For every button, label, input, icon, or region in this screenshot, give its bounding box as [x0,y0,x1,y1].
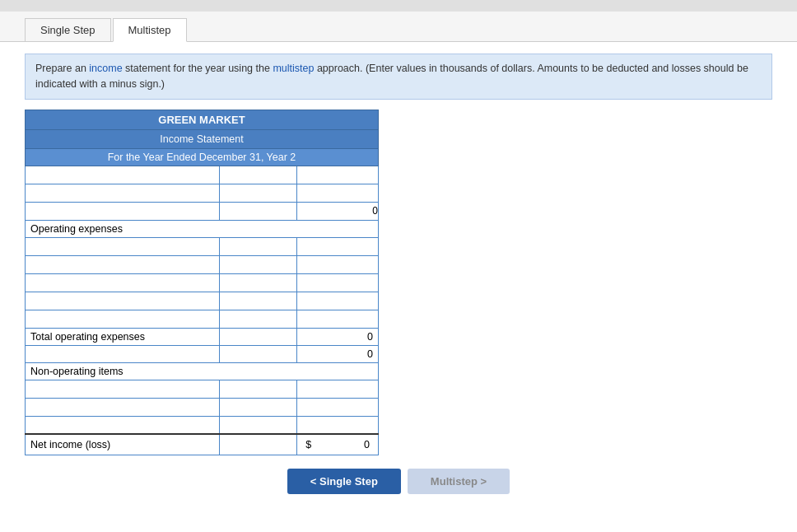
income-ops-value-text: 0 [367,348,373,360]
non-op-right-1 [297,380,379,398]
op-exp-row-1 [26,237,379,255]
operating-expenses-label-row: Operating expenses [26,220,379,237]
total-op-exp-mid [219,328,296,345]
input-label-3[interactable] [26,203,219,220]
op-input-right-3[interactable] [297,274,378,292]
label-cell-2 [26,184,220,202]
right-cell-1 [297,166,379,184]
tab-multistep[interactable]: Multistep [113,18,187,42]
op-input-mid-5[interactable] [220,310,296,328]
op-label-2 [26,255,220,273]
non-op-label: Non-operating items [26,362,379,380]
op-input-mid-4[interactable] [220,292,296,310]
net-income-label: Net income (loss) [26,434,220,455]
non-op-label-3 [26,416,220,434]
non-op-mid-1 [219,380,296,398]
right-cell-3: 0 [297,202,379,220]
non-op-input-mid-3[interactable] [220,417,296,434]
total-op-exp-label: Total operating expenses [26,328,220,345]
company-name-row: GREEN MARKET [26,110,379,129]
instruction-multistep-highlight: multistep [273,63,314,74]
tab-single-step[interactable]: Single Step [25,18,111,41]
non-op-row-2 [26,398,379,416]
instruction-note: (Enter values in thousands of dollars. A… [35,63,748,90]
net-income-row: Net income (loss) $ 0 [26,434,379,455]
instruction-income-highlight: income [89,63,122,74]
period-row: For the Year Ended December 31, Year 2 [26,148,379,166]
op-right-4 [297,292,379,310]
op-right-2 [297,255,379,273]
input-mid-3[interactable] [220,203,296,220]
op-label-1 [26,237,220,255]
income-from-ops-value: 0 [297,345,379,362]
input-right-2[interactable] [297,184,378,202]
non-op-row-3 [26,416,379,434]
non-op-input-right-3[interactable] [297,417,378,434]
label-cell-1 [26,166,220,184]
op-input-mid-1[interactable] [220,238,296,255]
op-input-label-3[interactable] [26,274,219,292]
non-op-right-3 [297,416,379,434]
op-input-label-4[interactable] [26,292,219,310]
op-exp-row-3 [26,273,379,292]
right-cell-2 [297,184,379,202]
op-input-right-4[interactable] [297,292,378,310]
op-exp-row-4 [26,292,379,310]
net-income-value-cell: $ 0 [297,434,379,455]
op-label-5 [26,310,220,328]
non-op-label-2 [26,398,220,416]
op-exp-row-5 [26,310,379,328]
op-input-right-2[interactable] [297,256,378,273]
op-mid-4 [219,292,296,310]
non-op-input-label-2[interactable] [26,399,219,416]
total-op-exp-row: Total operating expenses 0 [26,328,379,345]
non-op-label-row: Non-operating items [26,362,379,380]
op-mid-3 [219,273,296,292]
op-input-mid-2[interactable] [220,256,296,273]
input-mid-2[interactable] [220,184,296,202]
income-row-1 [26,166,379,184]
op-input-right-1[interactable] [297,238,378,255]
op-input-mid-3[interactable] [220,274,296,292]
non-op-input-label-3[interactable] [26,417,219,434]
non-op-input-right-2[interactable] [297,399,378,416]
page-wrapper: Single Step Multistep Prepare an income … [0,0,797,532]
op-input-label-5[interactable] [26,310,219,328]
op-input-label-1[interactable] [26,238,219,255]
input-mid-1[interactable] [220,166,296,184]
op-input-label-2[interactable] [26,256,219,273]
income-row-3: 0 [26,202,379,220]
top-value: 0 [372,205,378,217]
input-label-1[interactable] [26,166,219,184]
income-row-2 [26,184,379,202]
mid-cell-2 [219,184,296,202]
non-op-right-2 [297,398,379,416]
input-label-2[interactable] [26,184,219,202]
period-cell: For the Year Ended December 31, Year 2 [26,148,379,166]
next-button[interactable]: Multistep > [408,469,510,494]
op-right-3 [297,273,379,292]
op-right-5 [297,310,379,328]
non-op-row-1 [26,380,379,398]
back-button[interactable]: < Single Step [287,469,401,494]
income-statement-table: GREEN MARKET Income Statement For the Ye… [25,110,379,456]
income-from-ops-label [26,345,220,362]
non-op-input-right-1[interactable] [297,380,378,398]
table-container: GREEN MARKET Income Statement For the Ye… [25,110,379,456]
net-income-value: 0 [364,439,370,450]
non-op-input-mid-2[interactable] [220,399,296,416]
op-mid-1 [219,237,296,255]
op-input-right-5[interactable] [297,310,378,328]
input-right-1[interactable] [297,166,378,184]
total-op-value-text: 0 [367,331,373,343]
next-button-label: Multistep > [431,475,487,488]
back-button-label: < Single Step [310,475,378,488]
instruction-box: Prepare an income statement for the year… [25,54,772,100]
op-mid-2 [219,255,296,273]
operating-expenses-label: Operating expenses [26,220,379,237]
non-op-input-mid-1[interactable] [220,380,296,398]
net-income-mid [219,434,296,455]
net-income-dollar-container: $ 0 [302,437,373,452]
op-mid-5 [219,310,296,328]
non-op-input-label-1[interactable] [26,380,219,398]
